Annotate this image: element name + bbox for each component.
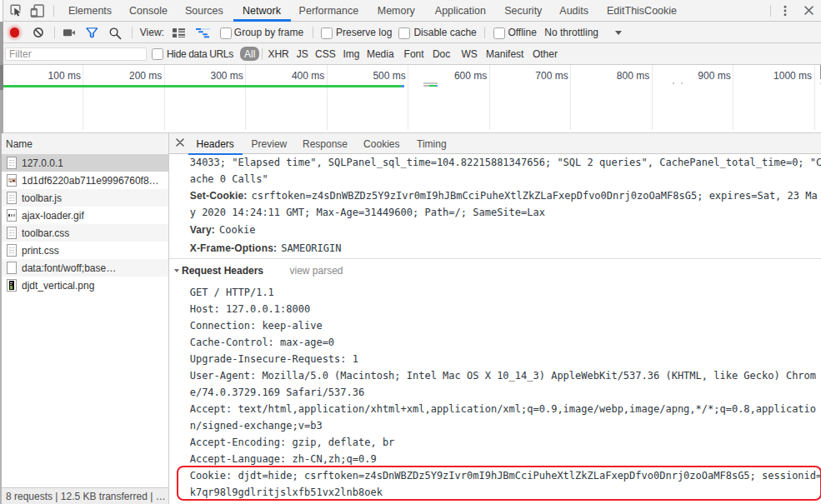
hide-data-urls-label: Hide data URLs (167, 48, 233, 60)
checkbox-preserve-log[interactable] (321, 27, 333, 39)
filter-type-manifest[interactable]: Manifest (486, 48, 523, 60)
main-tab-editthiscookie[interactable]: EditThisCookie (607, 5, 677, 17)
response-header-line: 34033; "Elapsed time", SQLPanel_sql_time… (190, 153, 821, 170)
timeline-overview[interactable]: 100 ms200 ms300 ms400 ms500 ms600 ms700 … (0, 65, 821, 133)
request-row-8[interactable]: djdt_vertical.png (0, 277, 168, 294)
summary-bar: 8 requests | 12.5 KB transferred | … (0, 487, 168, 504)
checkbox-offline[interactable] (493, 27, 505, 39)
main-tab-application[interactable]: Application (435, 5, 486, 17)
overview-dot-2 (681, 82, 683, 84)
inspect-cursor-icon[interactable] (10, 4, 22, 17)
timeline-gridline (570, 65, 571, 131)
overview-bar-3-gray (423, 85, 429, 87)
details-tab-response[interactable]: Response (303, 138, 348, 150)
overview-waterfall-icon[interactable] (196, 28, 210, 38)
checkbox-disable-cache[interactable] (398, 27, 410, 39)
request-row-3[interactable]: toolbar.js (0, 189, 168, 207)
document-icon (7, 227, 17, 239)
timeline-tick-label: 800 ms (617, 70, 649, 82)
response-header-line: Vary:Cookie (190, 221, 256, 237)
window-edge-low (0, 90, 3, 133)
document-icon (7, 192, 17, 204)
checkbox-label-preserve-log[interactable]: Preserve log (336, 27, 392, 38)
details-tab-timing[interactable]: Timing (417, 138, 447, 150)
main-tab-audits[interactable]: Audits (559, 5, 588, 17)
hide-data-urls-checkbox[interactable] (152, 48, 163, 60)
kebab-menu-icon[interactable] (783, 5, 788, 17)
close-icon[interactable] (804, 6, 813, 15)
main-tab-sources[interactable]: Sources (185, 5, 223, 17)
triangle-down-icon[interactable] (174, 269, 179, 272)
filter-type-ws[interactable]: WS (461, 48, 477, 60)
filter-type-css[interactable]: CSS (315, 48, 336, 60)
dropdown-arrow-icon[interactable] (615, 31, 622, 35)
filter-type-img[interactable]: Img (343, 48, 360, 60)
main-tab-memory[interactable]: Memory (378, 5, 415, 17)
filter-type-doc[interactable]: Doc (433, 48, 450, 60)
filter-type-xhr[interactable]: XHR (268, 48, 288, 60)
request-name: toolbar.js (22, 192, 62, 204)
filter-type-font[interactable]: Font (404, 48, 424, 60)
filter-type-js[interactable]: JS (297, 48, 308, 60)
checkbox-label-group-by-frame[interactable]: Group by frame (234, 27, 303, 38)
view-parsed-link[interactable]: view parsed (290, 265, 343, 277)
name-column-header[interactable]: Name (0, 133, 168, 154)
checkbox-group-by-frame[interactable] (220, 27, 232, 39)
view-label: View: (140, 27, 164, 38)
name-column-label: Name (6, 138, 33, 150)
close-details-icon[interactable] (176, 138, 184, 147)
timeline-gridline (652, 65, 653, 131)
request-name: 127.0.0.1 (22, 157, 63, 169)
request-row-1[interactable]: 127.0.0.1 (0, 154, 168, 172)
main-tab-elements[interactable]: Elements (68, 5, 112, 17)
clear-icon[interactable] (33, 27, 43, 37)
window-edge-thumb[interactable] (0, 65, 3, 91)
filter-type-media[interactable]: Media (367, 48, 394, 60)
timeline-tick-label: 1000 ms (773, 70, 812, 82)
request-name: print.css (22, 245, 59, 257)
window-edge-mid (0, 22, 3, 65)
timeline-tick-label: 700 ms (535, 70, 568, 82)
details-tab-preview[interactable]: Preview (252, 138, 288, 150)
main-tab-network[interactable]: Network (243, 5, 281, 17)
filter-input[interactable] (5, 47, 147, 61)
request-row-2[interactable]: 1d1df6220ab711e9996760f8… (0, 172, 168, 189)
timeline-tick-label: 100 ms (48, 70, 81, 82)
request-name: toolbar.css (22, 227, 69, 239)
camera-icon[interactable] (63, 29, 75, 37)
request-row-5[interactable]: toolbar.css (0, 224, 168, 242)
overview-dot-1 (673, 82, 674, 84)
request-name: djdt_vertical.png (22, 280, 94, 292)
request-header-line: n/signed-exchange;v=b3 (190, 417, 323, 434)
response-header-line: ache 0 Calls" (190, 170, 268, 187)
request-list-panel: Name 127.0.0.11d1df6220ab711e9996760f8…t… (0, 133, 168, 504)
request-row-4[interactable]: ajax-loader.gif (0, 207, 168, 224)
filter-type-all[interactable]: All (240, 47, 259, 61)
timeline-gridline (164, 65, 165, 131)
main-tab-security[interactable]: Security (504, 5, 542, 17)
image-preview-icon (7, 174, 17, 187)
checkbox-label-offline[interactable]: Offline (508, 27, 536, 38)
main-tab-performance[interactable]: Performance (299, 5, 359, 17)
throttling-select[interactable]: No throttling (544, 27, 598, 38)
main-tab-console[interactable]: Console (129, 5, 168, 17)
request-header-line: User-Agent: Mozilla/5.0 (Macintosh; Inte… (190, 367, 816, 384)
search-icon[interactable] (109, 27, 122, 40)
response-header-line: Set-Cookie:csrftoken=z4sDnWBZDz5Y9zIvr0m… (190, 187, 818, 203)
summary-text: 8 requests | 12.5 KB transferred | … (6, 491, 166, 502)
details-tab-headers[interactable]: Headers (197, 138, 234, 150)
request-row-6[interactable]: print.css (0, 242, 168, 259)
timeline-gridline (245, 65, 246, 131)
details-tab-cookies[interactable]: Cookies (363, 138, 399, 150)
device-toolbar-icon[interactable] (30, 4, 44, 17)
filter-type-other[interactable]: Other (533, 48, 558, 60)
filter-funnel-icon[interactable] (86, 27, 98, 38)
request-header-line: Accept: text/html,application/xhtml+xml,… (190, 401, 816, 417)
list-view-icon[interactable] (173, 28, 185, 38)
record-icon[interactable] (10, 27, 20, 37)
document-icon (7, 244, 17, 257)
request-header-line: Accept-Language: zh-CN,zh;q=0.9 (190, 451, 377, 467)
request-row-7[interactable]: data:font/woff;base… (0, 259, 168, 277)
toolbar-separator (262, 48, 263, 60)
checkbox-label-disable-cache[interactable]: Disable cache (413, 27, 476, 38)
